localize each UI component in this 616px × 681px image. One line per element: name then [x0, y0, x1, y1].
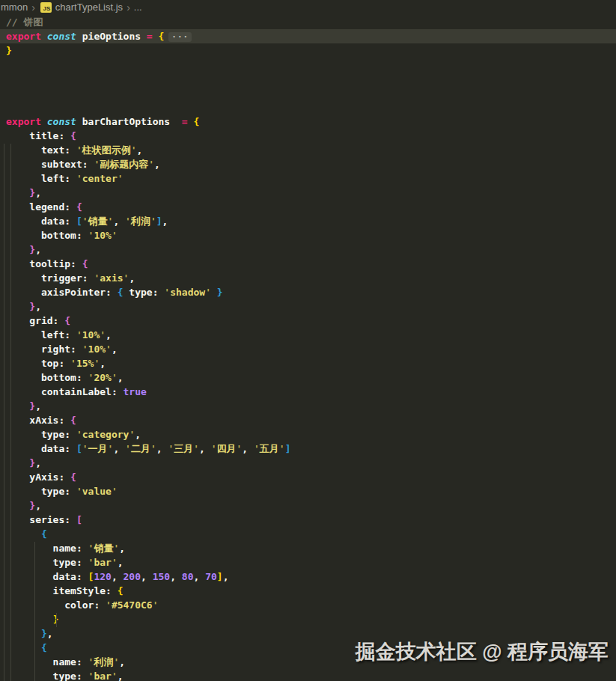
code-token: type:	[6, 486, 76, 497]
code-line[interactable]: title: {	[0, 129, 616, 143]
code-token: bar	[94, 671, 111, 681]
code-token: '	[76, 486, 82, 497]
code-token: 三月	[174, 443, 193, 454]
code-token: {	[82, 258, 88, 269]
code-line[interactable]: },	[0, 186, 616, 200]
code-line[interactable]: series: [	[0, 513, 616, 527]
code-token: itemStyle:	[6, 585, 118, 596]
code-line[interactable]: right: '10%',	[0, 342, 616, 356]
breadcrumb-file[interactable]: chartTypeList.js	[55, 0, 123, 15]
code-token: '	[76, 429, 82, 440]
code-line[interactable]: },	[0, 399, 616, 413]
breadcrumb-symbol-ellipsis[interactable]: ...	[134, 0, 142, 15]
code-token: '	[70, 358, 76, 369]
code-token: '	[112, 486, 118, 497]
code-line[interactable]: }	[0, 612, 616, 626]
code-line[interactable]: },	[0, 299, 616, 314]
code-token: 副标题内容	[100, 159, 148, 170]
code-line[interactable]: left: '10%',	[0, 328, 616, 342]
code-token: 销量	[88, 216, 108, 227]
code-token: 10%	[94, 230, 111, 241]
code-token: const	[47, 31, 76, 42]
code-token: '	[279, 443, 285, 454]
code-line[interactable]: color: '#5470C6'	[0, 598, 616, 612]
folded-code-ellipsis[interactable]: ···	[168, 32, 192, 42]
code-token: containLabel:	[6, 386, 123, 397]
code-line[interactable]: bottom: '10%'	[0, 228, 616, 242]
code-line[interactable]: type: 'value'	[0, 484, 616, 498]
code-line[interactable]: itemStyle: {	[0, 584, 616, 598]
code-line[interactable]: },	[0, 498, 616, 513]
code-token: ,	[119, 543, 125, 554]
code-token: }	[41, 628, 47, 639]
code-line[interactable]: text: '柱状图示例',	[0, 143, 616, 157]
code-token: '	[118, 173, 123, 184]
code-line[interactable]	[0, 58, 616, 72]
code-token: '	[82, 443, 88, 454]
code-token	[6, 301, 29, 312]
code-line[interactable]: {	[0, 527, 616, 541]
code-token: =	[182, 116, 188, 127]
code-line[interactable]: export const pieOptions = {···	[0, 29, 616, 43]
code-token: 200	[123, 571, 141, 582]
code-line[interactable]: data: [120, 200, 150, 80, 70],	[0, 569, 616, 584]
code-line[interactable]	[0, 100, 616, 114]
code-token	[41, 31, 47, 42]
breadcrumb-folder[interactable]: mmon	[1, 0, 28, 15]
code-line[interactable]: },	[0, 456, 616, 470]
code-line[interactable]: bottom: '20%',	[0, 370, 616, 385]
code-line[interactable]: name: '销量',	[0, 541, 616, 555]
code-line[interactable]: xAxis: {	[0, 413, 616, 427]
code-line[interactable]: left: 'center'	[0, 171, 616, 186]
code-line[interactable]: export const barChartOptions = {	[0, 114, 616, 129]
code-token: ,	[118, 557, 123, 568]
code-token: '	[211, 443, 217, 454]
code-line[interactable]: type: 'bar',	[0, 669, 616, 681]
code-token: ,	[154, 159, 160, 170]
code-line[interactable]: trigger: 'axis',	[0, 271, 616, 285]
code-token: ,	[100, 358, 106, 369]
code-line[interactable]: top: '15%',	[0, 356, 616, 370]
code-token: ,	[112, 343, 118, 355]
code-line[interactable]	[0, 86, 616, 100]
code-token: ,	[162, 216, 168, 227]
code-token	[6, 642, 41, 653]
code-token	[6, 614, 53, 625]
indent-guide	[4, 144, 4, 681]
code-line[interactable]: }	[0, 43, 616, 58]
code-line[interactable]: // 饼图	[0, 15, 616, 29]
code-token: ]	[217, 571, 223, 582]
code-line[interactable]: type: 'category',	[0, 427, 616, 442]
code-token: text:	[6, 144, 76, 156]
code-line[interactable]: grid: {	[0, 314, 616, 328]
code-line[interactable]: legend: {	[0, 200, 616, 214]
code-line[interactable]: axisPointer: { type: 'shadow' }	[0, 285, 616, 299]
code-line[interactable]: },	[0, 242, 616, 257]
code-token: ,	[141, 571, 153, 582]
code-line[interactable]: type: 'bar',	[0, 555, 616, 569]
code-token	[153, 31, 159, 42]
code-token: 120	[94, 571, 111, 582]
code-token: {	[193, 116, 199, 127]
code-token: '	[150, 216, 156, 227]
code-line[interactable]: yAxis: {	[0, 470, 616, 484]
code-token: {	[41, 528, 47, 540]
code-line[interactable]: tooltip: {	[0, 257, 616, 271]
chevron-right-icon: ›	[31, 1, 35, 14]
code-token: }	[29, 457, 35, 468]
code-line[interactable]: containLabel: true	[0, 385, 616, 399]
code-token: '	[112, 557, 118, 568]
code-line[interactable]: data: ['一月', '二月', '三月', '四月', '五月']	[0, 442, 616, 456]
code-token: '	[164, 287, 170, 298]
code-token: '	[254, 443, 260, 454]
code-token: ,	[193, 571, 205, 582]
code-line[interactable]	[0, 72, 616, 86]
code-line[interactable]: subtext: '副标题内容',	[0, 157, 616, 171]
code-token: ,	[137, 144, 143, 156]
code-token: ,	[113, 216, 125, 227]
code-editor[interactable]: // 饼图export const pieOptions = {···}expo…	[0, 15, 616, 681]
code-line[interactable]: data: ['销量', '利润'],	[0, 214, 616, 228]
code-token: ,	[113, 443, 125, 454]
code-token: axisPointer:	[6, 287, 118, 298]
code-token: color:	[6, 599, 106, 611]
